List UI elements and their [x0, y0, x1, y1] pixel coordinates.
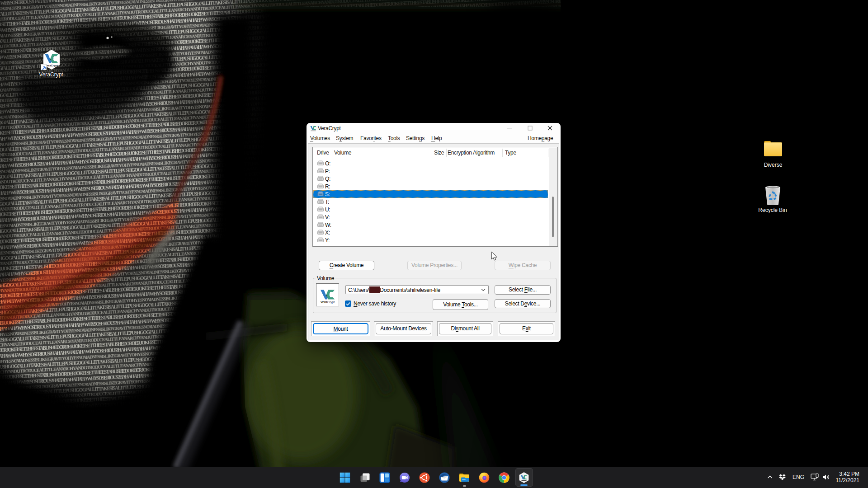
svg-text:VeraCrypt: VeraCrypt: [45, 64, 58, 67]
svg-text:VeraCrypt: VeraCrypt: [321, 300, 335, 304]
